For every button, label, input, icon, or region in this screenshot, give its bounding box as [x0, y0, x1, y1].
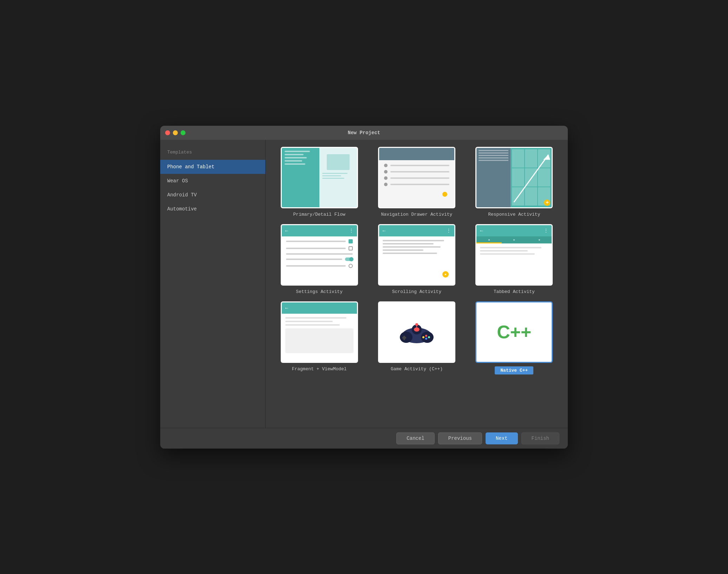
template-label-native-cpp: Native C++ — [495, 366, 533, 374]
template-responsive[interactable]: + Responsive Activity — [469, 147, 559, 217]
template-scrolling[interactable]: ← ⋮ — [371, 224, 462, 294]
sidebar-item-wear-os[interactable]: Wear OS — [160, 174, 265, 188]
template-thumb-fragment-viewmodel: ← — [281, 301, 358, 363]
maximize-button[interactable] — [181, 130, 186, 135]
sidebar-item-automotive[interactable]: Automotive — [160, 202, 265, 216]
template-game-activity[interactable]: Game Activity (C++) — [371, 301, 462, 374]
traffic-lights — [165, 130, 186, 135]
template-tabbed[interactable]: ← ⋮ — [469, 224, 559, 294]
template-nav-drawer[interactable]: Navigation Drawer Activity — [371, 147, 462, 217]
dots-icon: ⋮ — [447, 228, 451, 233]
app-window: New Project Templates Phone and Tablet W… — [160, 126, 568, 449]
sidebar: Templates Phone and Tablet Wear OS Andro… — [160, 140, 266, 428]
svg-rect-6 — [402, 337, 406, 339]
template-thumb-game-activity — [378, 301, 455, 363]
sidebar-section-label: Templates — [160, 147, 265, 160]
main-content: Primary/Detail Flow — [266, 140, 568, 428]
back-arrow-icon: ← — [383, 228, 385, 234]
template-thumb-scrolling: ← ⋮ — [378, 224, 455, 286]
next-button[interactable]: Next — [486, 432, 518, 444]
template-fragment-viewmodel[interactable]: ← Fragment + ViewModel — [274, 301, 364, 374]
svg-point-9 — [425, 338, 427, 340]
templates-grid: Primary/Detail Flow — [274, 147, 559, 374]
gamepad-icon — [399, 320, 434, 344]
footer: Cancel Previous Next Finish — [160, 428, 568, 449]
template-thumb-responsive: + — [475, 147, 553, 208]
sidebar-item-phone-tablet[interactable]: Phone and Tablet — [160, 160, 265, 174]
previous-button[interactable]: Previous — [438, 432, 482, 444]
back-arrow-icon: ← — [480, 228, 483, 234]
svg-point-7 — [425, 335, 427, 337]
template-label-primary-detail: Primary/Detail Flow — [293, 212, 345, 217]
finish-button: Finish — [521, 432, 559, 444]
window-title: New Project — [348, 130, 380, 136]
template-thumb-tabbed: ← ⋮ — [475, 224, 553, 286]
template-native-cpp[interactable]: C++ Native C++ — [469, 301, 559, 374]
fab-icon: ★ — [442, 271, 449, 278]
title-bar: New Project — [160, 126, 568, 140]
dots-icon: ⋮ — [544, 228, 548, 233]
svg-point-10 — [422, 336, 424, 338]
minimize-button[interactable] — [173, 130, 178, 135]
back-arrow-icon: ← — [285, 228, 288, 234]
close-button[interactable] — [165, 130, 170, 135]
template-thumb-primary-detail — [281, 147, 358, 208]
svg-point-8 — [428, 336, 430, 338]
template-settings[interactable]: ← ⋮ — [274, 224, 364, 294]
template-label-settings: Settings Activity — [296, 289, 343, 294]
template-label-game-activity: Game Activity (C++) — [391, 366, 443, 372]
cancel-button[interactable]: Cancel — [396, 432, 434, 444]
template-label-tabbed: Tabbed Activity — [494, 289, 535, 294]
template-label-fragment-viewmodel: Fragment + ViewModel — [292, 366, 347, 372]
content-area: Templates Phone and Tablet Wear OS Andro… — [160, 140, 568, 428]
template-label-scrolling: Scrolling Activity — [392, 289, 441, 294]
svg-point-12 — [414, 327, 420, 332]
dots-icon: ⋮ — [349, 228, 353, 233]
template-primary-detail[interactable]: Primary/Detail Flow — [274, 147, 364, 217]
template-label-nav-drawer: Navigation Drawer Activity — [381, 212, 453, 217]
plus-icon: + — [544, 200, 550, 206]
template-thumb-settings: ← ⋮ — [281, 224, 358, 286]
template-label-responsive: Responsive Activity — [488, 212, 540, 217]
cpp-logo: C++ — [497, 321, 531, 343]
back-arrow-icon: ← — [285, 305, 288, 311]
template-thumb-nav-drawer — [378, 147, 455, 208]
sidebar-item-android-tv[interactable]: Android TV — [160, 188, 265, 202]
template-thumb-native-cpp: C++ — [475, 301, 553, 363]
